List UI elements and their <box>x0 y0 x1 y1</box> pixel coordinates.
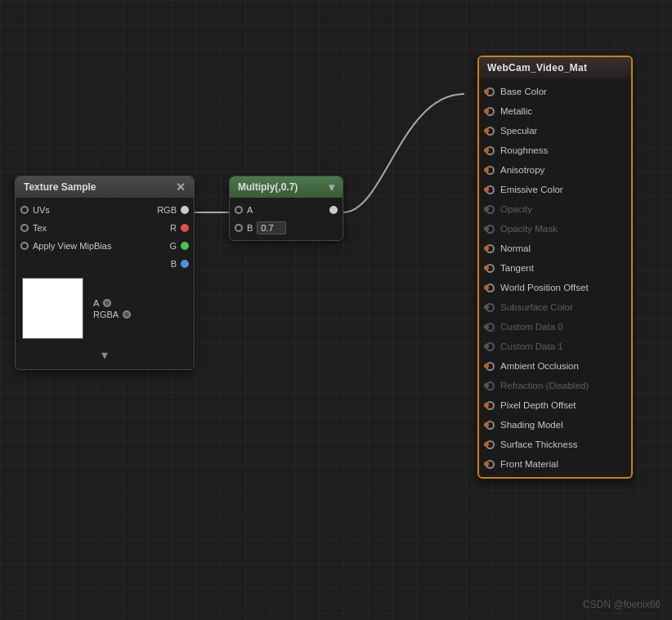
mat-pin-opacity-label: Opacity <box>500 204 532 214</box>
mat-pin-custom1-label: Custom Data 1 <box>500 341 563 351</box>
mat-pin-custom0: Custom Data 0 <box>479 317 631 337</box>
mat-pin-opacity-mask-label: Opacity Mask <box>500 224 558 234</box>
mat-pin-custom0-dot <box>486 323 495 332</box>
pin-b: B <box>171 259 189 269</box>
pin-g-label: G <box>169 241 177 251</box>
multiply-output <box>329 206 338 214</box>
material-node-title: WebCam_Video_Mat <box>487 62 587 74</box>
mat-pin-metallic-dot <box>486 107 495 116</box>
mat-pin-anisotropy-dot <box>486 166 495 175</box>
pin-rgba-dot <box>123 310 131 319</box>
mat-pin-front: Front Material <box>479 454 631 474</box>
multiply-node: Multiply(,0.7) ▾ A B <box>229 176 343 241</box>
texture-sample-node: Texture Sample ✕ UVs RGB Tex R <box>15 176 195 370</box>
mat-pin-shading-dot <box>486 421 495 430</box>
mat-pin-opacity-dot <box>486 205 495 214</box>
pin-mipbias: Apply View MipBias <box>20 241 111 251</box>
pin-r-label: R <box>170 223 177 233</box>
pin-r-dot <box>181 224 189 232</box>
mat-pin-front-dot <box>486 460 495 469</box>
pin-uvs-label: UVs <box>33 205 50 215</box>
mat-pin-custom0-label: Custom Data 0 <box>500 322 563 332</box>
pin-mipbias-dot <box>20 242 29 250</box>
watermark: CSDN @foenix66 <box>583 599 661 610</box>
mat-pin-tangent-label: Tangent <box>500 263 534 273</box>
pin-row-uvs-rgb: UVs RGB <box>16 201 194 219</box>
texture-preview <box>22 278 83 339</box>
pin-row-a-out: A <box>230 201 343 219</box>
mat-pin-tangent: Tangent <box>479 258 631 278</box>
multiply-output-dot <box>329 206 338 214</box>
texture-node-header: Texture Sample ✕ <box>16 176 194 198</box>
multiply-pin-a: A <box>235 205 253 215</box>
mat-pin-surface-dot <box>486 440 495 449</box>
multiply-pin-b-value[interactable] <box>257 221 286 234</box>
mat-pin-base-color-label: Base Color <box>500 87 547 96</box>
mat-pin-pixel-depth-dot <box>486 401 495 410</box>
multiply-node-body: A B <box>230 198 343 240</box>
mat-pin-custom1: Custom Data 1 <box>479 337 631 356</box>
mat-pin-front-label: Front Material <box>500 459 558 469</box>
pin-a-dot <box>103 299 111 307</box>
multiply-node-collapse[interactable]: ▾ <box>329 181 334 194</box>
multiply-pin-b-label: B <box>247 223 253 233</box>
pin-mipbias-label: Apply View MipBias <box>33 241 111 251</box>
mat-pin-normal-label: Normal <box>500 243 531 253</box>
mat-pin-anisotropy: Anisotropy <box>479 160 631 180</box>
multiply-node-title: Multiply(,0.7) <box>238 181 298 193</box>
mat-pin-surface: Surface Thickness <box>479 435 631 454</box>
multiply-pin-a-dot <box>235 206 243 214</box>
pin-row-b: B <box>230 219 343 237</box>
mat-pin-normal: Normal <box>479 239 631 258</box>
mat-pin-opacity: Opacity <box>479 199 631 219</box>
pin-g-dot <box>181 242 189 250</box>
mat-pin-metallic: Metallic <box>479 101 631 121</box>
mat-pin-subsurface-dot <box>486 303 495 312</box>
mat-pin-base-color: Base Color <box>479 82 631 101</box>
pin-tex-label: Tex <box>33 223 47 233</box>
mat-pin-refraction-dot <box>486 381 495 390</box>
mat-pin-surface-label: Surface Thickness <box>500 439 577 449</box>
multiply-pin-b: B <box>235 221 286 234</box>
material-node-header: WebCam_Video_Mat <box>479 57 631 78</box>
mat-pin-normal-dot <box>486 244 495 253</box>
pin-rgba-label: RGBA <box>93 310 119 319</box>
texture-node-footer[interactable]: ▾ <box>16 344 194 366</box>
pin-rgba: RGBA <box>93 310 131 319</box>
pin-a-label: A <box>93 298 99 308</box>
mat-pin-world-pos-label: World Position Offset <box>500 283 589 292</box>
pin-rgb: RGB <box>157 205 189 215</box>
pin-rgb-label: RGB <box>157 205 177 215</box>
pin-uvs: UVs <box>20 205 50 215</box>
mat-pin-world-pos: World Position Offset <box>479 278 631 297</box>
pin-g: G <box>169 241 189 251</box>
mat-pin-specular-dot <box>486 127 495 136</box>
mat-pin-emissive-dot <box>486 185 495 194</box>
texture-node-body: UVs RGB Tex R Apply View MipBias G <box>16 198 194 369</box>
pin-a: A <box>93 298 131 308</box>
mat-pin-refraction: Refraction (Disabled) <box>479 376 631 395</box>
mat-pin-base-color-dot <box>486 87 495 96</box>
mat-pin-subsurface-label: Subsurface Color <box>500 302 573 312</box>
mat-pin-tangent-dot <box>486 264 495 273</box>
mat-pin-roughness-label: Roughness <box>500 145 548 155</box>
pin-rgb-dot <box>181 206 189 214</box>
mat-pin-ao-label: Ambient Occlusion <box>500 361 579 371</box>
mat-pin-ao: Ambient Occlusion <box>479 356 631 376</box>
multiply-pin-a-label: A <box>247 205 253 215</box>
mat-pin-shading: Shading Model <box>479 415 631 435</box>
mat-pin-specular: Specular <box>479 121 631 141</box>
pin-r: R <box>170 223 189 233</box>
mat-pin-opacity-mask: Opacity Mask <box>479 219 631 239</box>
mat-pin-anisotropy-label: Anisotropy <box>500 165 544 175</box>
pin-b-label: B <box>171 259 177 269</box>
mat-pin-roughness-dot <box>486 146 495 155</box>
mat-pin-refraction-label: Refraction (Disabled) <box>500 381 589 390</box>
pin-row-b: B <box>16 255 194 273</box>
mat-pin-roughness: Roughness <box>479 141 631 160</box>
pin-row-tex-r: Tex R <box>16 219 194 237</box>
pin-tex: Tex <box>20 223 47 233</box>
mat-pin-subsurface: Subsurface Color <box>479 297 631 317</box>
texture-node-collapse[interactable]: ✕ <box>176 181 186 194</box>
mat-pin-emissive-label: Emissive Color <box>500 185 563 194</box>
